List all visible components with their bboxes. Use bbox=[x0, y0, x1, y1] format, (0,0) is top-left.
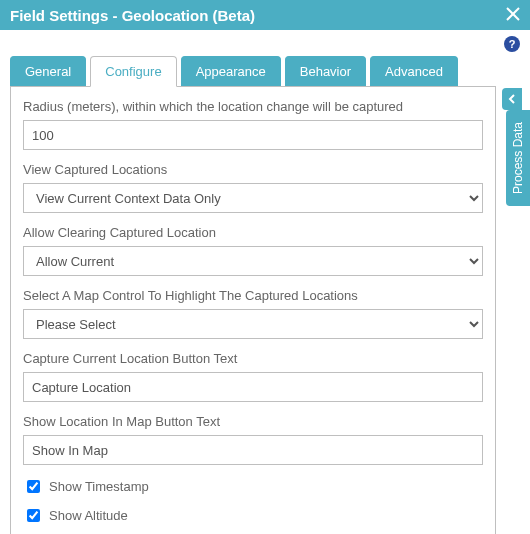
show-map-btn-text-label: Show Location In Map Button Text bbox=[23, 414, 483, 429]
tabs: General Configure Appearance Behavior Ad… bbox=[10, 56, 496, 87]
side-tab-label: Process Data bbox=[511, 122, 525, 194]
map-control-label: Select A Map Control To Highlight The Ca… bbox=[23, 288, 483, 303]
tab-configure[interactable]: Configure bbox=[90, 56, 176, 87]
radius-input[interactable] bbox=[23, 120, 483, 150]
tab-appearance[interactable]: Appearance bbox=[181, 56, 281, 87]
allow-clearing-label: Allow Clearing Captured Location bbox=[23, 225, 483, 240]
allow-clearing-select[interactable]: Allow Current bbox=[23, 246, 483, 276]
tab-advanced[interactable]: Advanced bbox=[370, 56, 458, 87]
capture-btn-text-label: Capture Current Location Button Text bbox=[23, 351, 483, 366]
radius-label: Radius (meters), within which the locati… bbox=[23, 99, 483, 114]
configure-panel: Radius (meters), within which the locati… bbox=[10, 86, 496, 534]
help-icon[interactable]: ? bbox=[504, 36, 520, 52]
tab-general[interactable]: General bbox=[10, 56, 86, 87]
side-tab-process-data[interactable]: Process Data bbox=[506, 110, 530, 206]
show-altitude-checkbox[interactable] bbox=[27, 509, 40, 522]
capture-btn-text-input[interactable] bbox=[23, 372, 483, 402]
dialog-title: Field Settings - Geolocation (Beta) bbox=[10, 7, 255, 24]
close-icon[interactable] bbox=[506, 6, 520, 24]
show-altitude-label: Show Altitude bbox=[49, 508, 128, 523]
show-timestamp-label: Show Timestamp bbox=[49, 479, 149, 494]
titlebar: Field Settings - Geolocation (Beta) bbox=[0, 0, 530, 30]
show-map-btn-text-input[interactable] bbox=[23, 435, 483, 465]
map-control-select[interactable]: Please Select bbox=[23, 309, 483, 339]
view-captured-select[interactable]: View Current Context Data Only bbox=[23, 183, 483, 213]
view-captured-label: View Captured Locations bbox=[23, 162, 483, 177]
tab-behavior[interactable]: Behavior bbox=[285, 56, 366, 87]
show-timestamp-checkbox[interactable] bbox=[27, 480, 40, 493]
side-collapse-icon[interactable] bbox=[502, 88, 522, 110]
